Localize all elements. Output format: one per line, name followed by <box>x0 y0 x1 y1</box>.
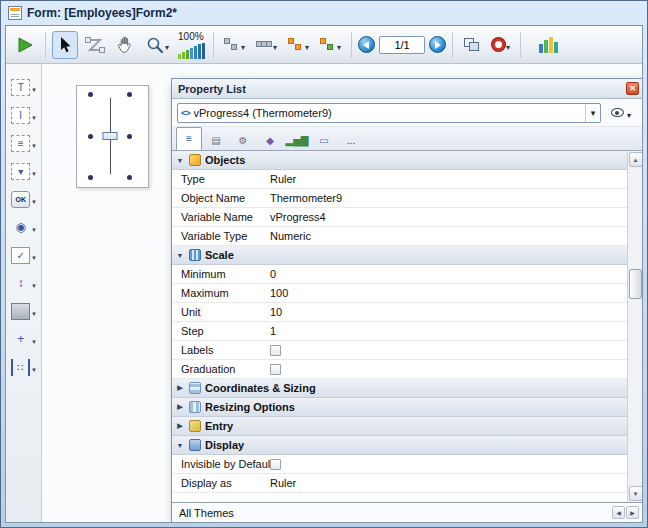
zoom-level-control[interactable]: 100% <box>176 29 207 61</box>
listbox-tool[interactable]: ≡ <box>11 132 36 154</box>
checkbox[interactable] <box>270 364 281 375</box>
selection-handle[interactable] <box>127 92 132 97</box>
title-bar[interactable]: Form: [Employees]Form2* <box>5 1 643 25</box>
tab-all-properties[interactable]: ≡ <box>176 127 202 150</box>
property-value-text[interactable]: Ruler <box>270 173 296 185</box>
plugin-tool[interactable]: :: <box>11 356 36 378</box>
property-value[interactable] <box>270 459 627 470</box>
tab-more[interactable]: ... <box>338 130 364 150</box>
property-value[interactable]: 10 <box>270 306 627 318</box>
eye-menu-button[interactable] <box>605 103 637 123</box>
chevron-down-icon[interactable] <box>32 78 36 96</box>
property-value-text[interactable]: vProgress4 <box>270 211 326 223</box>
tab-chart[interactable]: ▂▅▇ <box>284 130 310 150</box>
distribution-menu-button[interactable] <box>252 31 281 59</box>
objects-section-icon <box>189 154 201 166</box>
level-menu-button[interactable] <box>284 31 313 59</box>
radio-tool[interactable]: ◉ <box>11 216 36 238</box>
property-value[interactable] <box>270 364 627 375</box>
move-tool-button[interactable] <box>112 31 139 59</box>
close-icon[interactable] <box>626 82 639 95</box>
display-menu-button[interactable] <box>459 31 485 59</box>
chevron-down-icon[interactable] <box>32 106 36 124</box>
tab-display[interactable]: ▭ <box>311 130 337 150</box>
scroll-down-button[interactable]: ▼ <box>629 486 643 501</box>
scrollbar-thumb[interactable] <box>629 269 642 299</box>
property-value-text[interactable]: 100 <box>270 287 288 299</box>
previous-page-button[interactable] <box>358 36 375 53</box>
property-value-text[interactable]: Thermometer9 <box>270 192 342 204</box>
property-value[interactable] <box>270 345 627 356</box>
checkbox-tool[interactable]: ✓ <box>11 244 36 266</box>
property-value[interactable]: Thermometer9 <box>270 192 627 204</box>
chevron-down-icon[interactable] <box>32 330 36 348</box>
preferences-menu-button[interactable] <box>488 31 514 59</box>
zoom-tool-button[interactable] <box>142 31 173 59</box>
chevron-down-icon[interactable] <box>585 104 600 122</box>
views-button[interactable] <box>535 31 562 59</box>
next-page-button[interactable] <box>429 36 446 53</box>
property-value[interactable]: Ruler <box>270 477 627 489</box>
property-list-panel: Property List <> vProgress4 (Thermometer… <box>171 78 642 522</box>
combobox-tool[interactable]: ▾ <box>11 160 36 182</box>
property-value[interactable]: vProgress4 <box>270 211 627 223</box>
tab-events[interactable]: ◆ <box>257 130 283 150</box>
checkbox[interactable] <box>270 459 281 470</box>
selection-handle[interactable] <box>88 92 93 97</box>
text-tool[interactable]: T <box>11 76 36 98</box>
selection-handle[interactable] <box>88 134 93 139</box>
ruler-slider[interactable] <box>103 132 118 140</box>
property-value-text[interactable]: Ruler <box>270 477 296 489</box>
chevron-down-icon[interactable] <box>32 302 36 320</box>
chevron-down-icon[interactable] <box>32 246 36 264</box>
page-indicator[interactable]: 1/1 <box>379 36 425 54</box>
scroll-right-button[interactable]: ▶ <box>626 506 639 519</box>
property-value-text[interactable]: 0 <box>270 268 276 280</box>
line-tool[interactable]: + <box>11 328 36 350</box>
property-value[interactable]: Numeric <box>270 230 627 242</box>
chevron-down-icon[interactable] <box>32 358 36 376</box>
indicator-tool[interactable]: ↕ <box>11 272 36 294</box>
section-header-objects[interactable]: ▼Objects <box>172 151 627 170</box>
property-list-header[interactable]: Property List <box>172 79 642 99</box>
tab-settings[interactable]: ⚙ <box>230 130 256 150</box>
button-tool[interactable]: OK <box>11 188 36 210</box>
property-value-text[interactable]: Numeric <box>270 230 311 242</box>
ruler-object[interactable] <box>90 94 130 178</box>
property-row: Object NameThermometer9 <box>172 189 627 208</box>
object-selector-dropdown[interactable]: <> vProgress4 (Thermometer9) <box>177 103 601 123</box>
section-header-resizing-options[interactable]: ▶Resizing Options <box>172 398 627 417</box>
chevron-down-icon[interactable] <box>32 274 36 292</box>
selection-handle[interactable] <box>127 175 132 180</box>
input-tool[interactable]: I <box>11 104 36 126</box>
property-value-text[interactable]: 10 <box>270 306 282 318</box>
execute-form-button[interactable] <box>11 31 39 59</box>
chevron-down-icon[interactable] <box>32 190 36 208</box>
selection-handle[interactable] <box>88 175 93 180</box>
property-value[interactable]: 0 <box>270 268 627 280</box>
entry-order-tool-button[interactable] <box>81 31 109 59</box>
property-value[interactable]: 100 <box>270 287 627 299</box>
section-header-entry[interactable]: ▶Entry <box>172 417 627 436</box>
property-value[interactable]: Ruler <box>270 173 627 185</box>
alignment-menu-button[interactable] <box>220 31 249 59</box>
group-menu-button[interactable] <box>316 31 345 59</box>
rectangle-tool[interactable] <box>11 300 36 322</box>
section-header-scale[interactable]: ▼Scale <box>172 246 627 265</box>
form-page[interactable] <box>76 85 149 188</box>
zoom-bars-icon[interactable] <box>178 43 205 59</box>
vertical-scrollbar[interactable]: ▲ ▼ <box>627 151 642 502</box>
tab-form[interactable]: ▤ <box>203 130 229 150</box>
chevron-down-icon[interactable] <box>32 162 36 180</box>
scroll-up-button[interactable]: ▲ <box>629 152 643 167</box>
pointer-tool-button[interactable] <box>52 31 78 59</box>
scroll-left-button[interactable]: ◀ <box>612 506 625 519</box>
section-header-coordinates-sizing[interactable]: ▶Coordinates & Sizing <box>172 379 627 398</box>
checkbox[interactable] <box>270 345 281 356</box>
selection-handle[interactable] <box>127 134 132 139</box>
property-value-text[interactable]: 1 <box>270 325 276 337</box>
chevron-down-icon[interactable] <box>32 134 36 152</box>
property-value[interactable]: 1 <box>270 325 627 337</box>
section-header-display[interactable]: ▼Display <box>172 436 627 455</box>
chevron-down-icon[interactable] <box>32 218 36 236</box>
